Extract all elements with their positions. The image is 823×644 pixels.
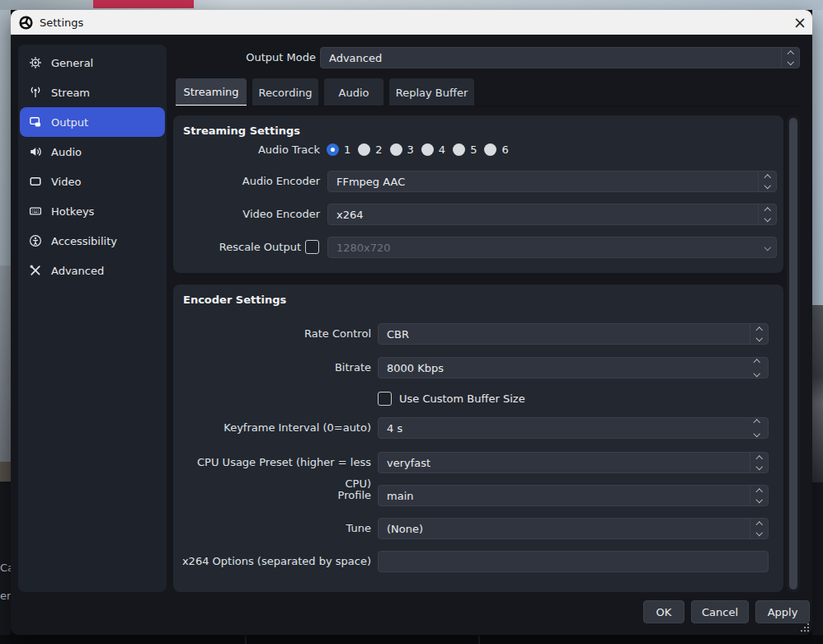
tune-label: Tune bbox=[176, 518, 371, 539]
sidebar-item-hotkeys[interactable]: Hotkeys bbox=[20, 196, 165, 226]
audio-track-4[interactable]: 4 bbox=[421, 143, 445, 156]
audio-track-3[interactable]: 3 bbox=[390, 143, 414, 156]
radio-icon bbox=[421, 143, 434, 156]
audio-encoder-label: Audio Encoder bbox=[173, 171, 320, 192]
desktop-bottom-strip bbox=[0, 635, 823, 644]
encoder-settings-panel: Encoder Settings Rate Control CBR Bitrat… bbox=[173, 284, 783, 592]
chevron-down-icon bbox=[759, 237, 776, 257]
radio-label: 6 bbox=[501, 143, 508, 156]
desktop-right-photo bbox=[812, 305, 823, 482]
tab-label: Audio bbox=[339, 87, 369, 99]
video-encoder-value: x264 bbox=[336, 209, 364, 221]
profile-value: main bbox=[387, 490, 413, 502]
obs-logo-icon bbox=[19, 16, 33, 30]
chevron-updown-icon bbox=[781, 48, 799, 68]
broadcast-icon bbox=[29, 86, 42, 99]
rescale-output-checkbox[interactable] bbox=[305, 240, 319, 254]
dock-separator bbox=[478, 636, 480, 644]
rate-control-select[interactable]: CBR bbox=[378, 323, 769, 345]
output-mode-value: Advanced bbox=[329, 52, 382, 64]
resize-grip[interactable] bbox=[799, 622, 809, 632]
sidebar-item-video[interactable]: Video bbox=[20, 167, 165, 196]
x264-options-input[interactable] bbox=[378, 551, 769, 572]
chevron-updown-icon bbox=[758, 204, 776, 224]
sidebar-item-label: Audio bbox=[51, 146, 82, 158]
cpu-preset-value: veryfast bbox=[387, 457, 430, 469]
tab-streaming[interactable]: Streaming bbox=[176, 78, 247, 106]
chevron-updown-icon bbox=[750, 519, 768, 538]
x264-options-label: x264 Options (separated by space) bbox=[176, 551, 371, 572]
radio-label: 5 bbox=[470, 143, 477, 156]
keyframe-interval-label: Keyframe Interval (0=auto) bbox=[176, 417, 371, 439]
audio-encoder-value: FFmpeg AAC bbox=[336, 176, 405, 188]
radio-icon bbox=[390, 143, 402, 156]
desktop-left-photo bbox=[0, 462, 11, 482]
tune-select[interactable]: (None) bbox=[378, 518, 769, 539]
radio-label: 3 bbox=[407, 143, 414, 156]
keyframe-interval-spinbox[interactable]: 4 s bbox=[378, 417, 769, 439]
spinner-arrows-icon[interactable] bbox=[746, 418, 768, 438]
keyboard-icon bbox=[29, 204, 42, 218]
radio-selected-icon bbox=[327, 143, 339, 156]
sidebar-item-accessibility[interactable]: Accessibility bbox=[20, 226, 165, 256]
sidebar-item-audio[interactable]: Audio bbox=[20, 137, 165, 167]
close-button[interactable]: × bbox=[788, 10, 812, 35]
tools-icon bbox=[29, 264, 42, 277]
output-mode-select[interactable]: Advanced bbox=[320, 47, 800, 68]
rescale-output-label: Rescale Output bbox=[173, 237, 301, 258]
chevron-updown-icon bbox=[758, 172, 776, 191]
background-text-fragment: er bbox=[0, 590, 12, 602]
cancel-button[interactable]: Cancel bbox=[691, 600, 749, 623]
sidebar-item-label: Accessibility bbox=[51, 235, 117, 247]
title-bar: Settings bbox=[11, 10, 812, 35]
output-icon bbox=[29, 115, 42, 129]
settings-dialog: Settings × General Stream Output bbox=[11, 10, 812, 635]
sidebar-item-output[interactable]: Output bbox=[20, 107, 165, 137]
accessibility-icon bbox=[29, 234, 42, 247]
dock-separator bbox=[245, 636, 247, 644]
video-encoder-select[interactable]: x264 bbox=[327, 204, 777, 225]
desktop-right-sky bbox=[812, 10, 823, 305]
chevron-updown-icon bbox=[750, 324, 768, 344]
sidebar-item-label: Stream bbox=[51, 87, 90, 99]
sidebar-item-stream[interactable]: Stream bbox=[20, 78, 165, 107]
bitrate-value: 8000 Kbps bbox=[387, 362, 444, 374]
ok-button[interactable]: OK bbox=[643, 600, 684, 623]
background-text-fragment: Ca bbox=[0, 562, 12, 574]
audio-track-radio-group: 1 2 3 4 5 6 bbox=[327, 143, 509, 156]
audio-encoder-select[interactable]: FFmpeg AAC bbox=[327, 171, 777, 192]
tune-value: (None) bbox=[387, 523, 423, 535]
audio-track-2[interactable]: 2 bbox=[358, 143, 382, 156]
spinner-arrows-icon[interactable] bbox=[746, 358, 768, 378]
profile-select[interactable]: main bbox=[378, 485, 769, 506]
sidebar-item-advanced[interactable]: Advanced bbox=[20, 256, 165, 285]
tab-recording[interactable]: Recording bbox=[252, 78, 318, 106]
tab-replay-buffer[interactable]: Replay Buffer bbox=[389, 78, 474, 106]
tab-audio[interactable]: Audio bbox=[324, 78, 383, 106]
profile-label: Profile bbox=[176, 485, 371, 506]
radio-label: 4 bbox=[439, 143, 445, 156]
sidebar-item-general[interactable]: General bbox=[20, 48, 165, 78]
apply-button[interactable]: Apply bbox=[755, 600, 810, 623]
radio-icon bbox=[453, 143, 465, 156]
audio-track-1[interactable]: 1 bbox=[327, 143, 350, 156]
radio-label: 2 bbox=[375, 143, 382, 156]
desktop-right-panel bbox=[812, 482, 823, 644]
rescale-resolution-select[interactable]: 1280x720 bbox=[327, 237, 777, 258]
monitor-icon bbox=[29, 175, 42, 188]
gear-icon bbox=[29, 56, 42, 69]
bitrate-spinbox[interactable]: 8000 Kbps bbox=[378, 357, 769, 378]
speaker-icon bbox=[29, 145, 42, 158]
output-mode-label: Output Mode bbox=[173, 47, 316, 68]
radio-label: 1 bbox=[344, 143, 350, 156]
audio-track-5[interactable]: 5 bbox=[453, 143, 477, 156]
scrollbar-thumb[interactable] bbox=[789, 118, 797, 590]
cpu-preset-select[interactable]: veryfast bbox=[378, 452, 769, 473]
desktop-left-mid bbox=[0, 266, 11, 462]
keyframe-interval-value: 4 s bbox=[387, 422, 402, 435]
sidebar-item-label: Hotkeys bbox=[51, 205, 94, 218]
custom-buffer-checkbox[interactable] bbox=[378, 392, 392, 406]
audio-track-6[interactable]: 6 bbox=[484, 143, 508, 156]
radio-icon bbox=[484, 143, 496, 156]
window-title: Settings bbox=[40, 16, 83, 29]
